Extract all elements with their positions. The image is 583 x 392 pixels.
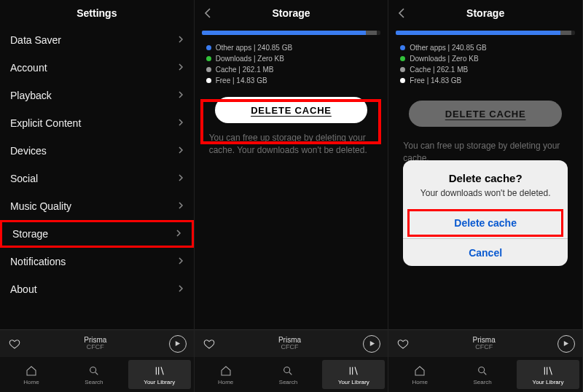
page-title: Storage (466, 7, 504, 19)
row-label: Account (10, 62, 47, 74)
tab-label: Home (23, 379, 39, 385)
tab-search[interactable]: Search (63, 357, 125, 392)
tab-library[interactable]: Your Library (517, 360, 579, 389)
play-icon[interactable] (363, 335, 380, 353)
row-label: Social (10, 173, 38, 184)
tab-library[interactable]: Your Library (322, 360, 385, 389)
legend-downloads: Downloads | Zero KB (206, 53, 377, 64)
page-title: Settings (77, 7, 117, 19)
now-playing-bar[interactable]: Prisma CFCF (388, 329, 582, 357)
header: Storage (195, 0, 388, 26)
now-playing-text: Prisma CFCF (224, 336, 356, 351)
delete-cache-area: DELETE CACHE (388, 86, 582, 136)
row-account[interactable]: Account (0, 54, 194, 82)
tab-bar: Home Search Your Library (388, 357, 582, 392)
now-playing-text: Prisma CFCF (29, 336, 162, 351)
panel-storage-dialog: Storage Other apps | 240.85 GB Downloads… (388, 0, 583, 392)
dialog-cancel-button[interactable]: Cancel (403, 238, 568, 266)
row-playback[interactable]: Playback (0, 82, 194, 109)
header: Storage (388, 0, 582, 26)
dialog-message: Your downloads won't be deleted. (413, 187, 557, 199)
legend-free: Free | 14.83 GB (400, 75, 571, 86)
home-icon (219, 364, 232, 377)
svg-point-1 (284, 366, 290, 372)
legend-dot (206, 78, 211, 83)
tab-library[interactable]: Your Library (128, 360, 191, 389)
row-music-quality[interactable]: Music Quality (0, 192, 194, 220)
row-social[interactable]: Social (0, 165, 194, 192)
legend-text: Other apps | 240.85 GB (216, 44, 292, 52)
delete-cache-dialog: Delete cache? Your downloads won't be de… (403, 160, 568, 266)
delete-cache-button[interactable]: DELETE CACHE (409, 101, 562, 127)
row-notifications[interactable]: Notifications (0, 248, 194, 275)
tab-home[interactable]: Home (195, 357, 257, 392)
legend-text: Other apps | 240.85 GB (410, 44, 486, 52)
library-icon (153, 364, 166, 377)
tab-search[interactable]: Search (451, 357, 514, 392)
dialog-body: Delete cache? Your downloads won't be de… (403, 160, 568, 208)
back-icon[interactable] (394, 6, 409, 20)
storage-content: Other apps | 240.85 GB Downloads | Zero … (388, 26, 582, 329)
chevron-right-icon (178, 62, 184, 74)
search-icon (87, 364, 101, 377)
play-icon[interactable] (557, 335, 575, 353)
row-devices[interactable]: Devices (0, 137, 194, 165)
now-playing-text: Prisma CFCF (418, 336, 550, 351)
play-icon[interactable] (169, 335, 187, 353)
heart-icon[interactable] (7, 337, 22, 351)
library-icon (347, 364, 360, 377)
search-icon (281, 364, 294, 377)
tab-label: Search (473, 379, 491, 385)
legend-text: Downloads | Zero KB (410, 55, 478, 63)
legend-cache: Cache | 262.1 MB (400, 64, 571, 75)
now-playing-artist: CFCF (224, 344, 356, 351)
now-playing-bar[interactable]: Prisma CFCF (0, 329, 194, 357)
row-explicit-content[interactable]: Explicit Content (0, 109, 194, 137)
tab-bar: Home Search Your Library (0, 357, 194, 392)
chevron-right-icon (178, 173, 184, 184)
legend-dot (400, 78, 405, 83)
row-label: Playback (10, 90, 52, 101)
dialog-title: Delete cache? (413, 172, 557, 184)
legend-text: Cache | 262.1 MB (410, 66, 468, 74)
row-about[interactable]: About (0, 275, 194, 303)
delete-cache-area: DELETE CACHE (195, 86, 388, 128)
row-label: Music Quality (10, 200, 71, 212)
tab-home[interactable]: Home (0, 357, 63, 392)
heart-icon[interactable] (202, 337, 216, 351)
tab-label: Your Library (533, 379, 564, 385)
tab-label: Search (85, 379, 103, 385)
heart-icon[interactable] (396, 337, 410, 351)
home-icon (25, 364, 38, 377)
tab-label: Search (279, 379, 297, 385)
back-icon[interactable] (200, 6, 215, 20)
library-icon (541, 364, 555, 377)
chevron-right-icon (178, 283, 184, 295)
legend-text: Free | 14.83 GB (216, 77, 267, 85)
settings-list: Data Saver Account Playback Explicit Con… (0, 26, 194, 329)
header: Settings (0, 0, 194, 26)
chevron-right-icon (178, 200, 184, 212)
dialog-confirm-button[interactable]: Delete cache (407, 209, 563, 237)
now-playing-artist: CFCF (418, 344, 550, 351)
storage-bar (202, 31, 381, 35)
tab-home[interactable]: Home (388, 357, 451, 392)
legend-free: Free | 14.83 GB (206, 75, 377, 86)
helper-text: You can free up storage by deleting your… (195, 128, 388, 161)
svg-point-2 (479, 366, 485, 372)
now-playing-artist: CFCF (29, 344, 162, 351)
legend-dot (400, 56, 405, 61)
storage-bar (396, 31, 575, 35)
row-label: Storage (12, 228, 48, 240)
delete-cache-button[interactable]: DELETE CACHE (215, 97, 368, 123)
now-playing-bar[interactable]: Prisma CFCF (195, 329, 388, 357)
legend-dot (400, 45, 405, 50)
search-icon (476, 364, 489, 377)
storage-legend: Other apps | 240.85 GB Downloads | Zero … (388, 42, 582, 86)
row-data-saver[interactable]: Data Saver (0, 26, 194, 54)
row-storage[interactable]: Storage (0, 220, 194, 248)
legend-dot (206, 45, 211, 50)
row-label: Explicit Content (10, 117, 81, 129)
tab-search[interactable]: Search (257, 357, 320, 392)
home-icon (413, 364, 426, 377)
